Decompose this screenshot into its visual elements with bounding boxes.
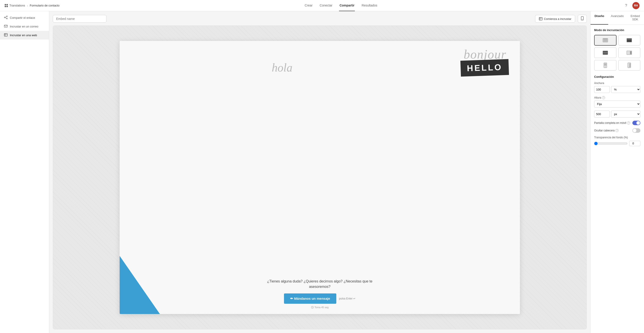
svg-line-7: [5, 16, 6, 18]
sidebar: Compartir el enlace Incrustar en un corr…: [0, 11, 49, 333]
svg-point-5: [6, 18, 8, 19]
mode-grid: [594, 35, 640, 71]
preview-inner: bonjour hola HELLO ¿Tienes alguna duda? …: [53, 26, 586, 329]
content-area: Comienza a incrustar bonjour: [49, 11, 590, 333]
cta-button[interactable]: ✏ Mándanos un mensaje: [284, 294, 336, 304]
svg-rect-1: [6, 4, 8, 5]
hola-text: hola: [272, 61, 292, 74]
svg-rect-24: [630, 51, 632, 54]
panel-body: Modo de incrustación: [590, 25, 644, 150]
altura-value-row: px %: [594, 111, 640, 118]
sidebar-item-label: Compartir el enlace: [10, 16, 35, 19]
pantalla-completa-toggle[interactable]: [632, 121, 640, 125]
sidebar-item-web-embed[interactable]: Incrustar en una web: [0, 31, 49, 39]
help-button[interactable]: ?: [622, 2, 630, 9]
content-toolbar: Comienza a incrustar: [53, 15, 587, 23]
tab-conectar[interactable]: Conectar: [319, 0, 333, 11]
breadcrumb-page: Formulario de contacto: [30, 4, 60, 7]
ocultar-cabecera-row: Ocultar cabecera ?: [594, 128, 640, 133]
altura-info-icon: ?: [602, 96, 605, 99]
altura-tipo-select[interactable]: Fija Auto: [594, 101, 640, 107]
enter-hint: pulsa Enter ↵: [339, 297, 356, 300]
svg-point-6: [4, 17, 5, 18]
ocultar-cabecera-info-icon: ?: [616, 129, 618, 132]
brand-icon: [4, 4, 8, 7]
ocultar-cabecera-label: Ocultar cabecera ?: [594, 129, 618, 132]
svg-point-30: [629, 67, 630, 67]
topnav-right: ? RH: [622, 2, 640, 9]
transparencia-value-input[interactable]: [629, 141, 640, 146]
tab-resultados[interactable]: Resultados: [361, 0, 378, 11]
svg-rect-20: [627, 40, 632, 42]
main-layout: Compartir el enlace Incrustar en un corr…: [0, 11, 644, 333]
form-question: ¿Tienes alguna duda? ¿Quieres decirnos a…: [262, 279, 378, 290]
svg-point-27: [605, 67, 606, 67]
svg-rect-17: [603, 40, 607, 42]
pantalla-completa-row: Pantalla completa en móvil ?: [594, 121, 640, 125]
sidebar-item-share-link[interactable]: Compartir el enlace: [0, 13, 49, 22]
svg-rect-29: [629, 63, 630, 67]
email-embed-icon: [4, 24, 8, 29]
svg-point-4: [6, 16, 8, 17]
svg-line-8: [5, 17, 6, 18]
svg-rect-10: [4, 33, 8, 36]
svg-rect-0: [5, 4, 6, 5]
mobile-preview-button[interactable]: [578, 15, 587, 23]
mode-btn-dark-compact[interactable]: [594, 47, 616, 58]
tab-embed-sdk[interactable]: Embed SDK: [626, 11, 644, 24]
incrustar-button[interactable]: Comienza a incrustar: [535, 15, 575, 22]
anchura-input[interactable]: [594, 86, 610, 93]
embed-name-input[interactable]: [53, 15, 106, 22]
incrustar-icon: [539, 17, 542, 20]
section-mode-title: Modo de incrustación: [594, 28, 640, 32]
svg-rect-2: [5, 6, 6, 7]
transparencia-label: Transparencia del fondo (%): [594, 136, 640, 139]
sidebar-item-email-embed[interactable]: Incrustar en un correo: [0, 22, 49, 31]
svg-rect-9: [4, 25, 8, 27]
incrustar-label: Comienza a incrustar: [544, 17, 571, 20]
svg-rect-19: [627, 39, 632, 39]
tab-crear[interactable]: Crear: [304, 0, 313, 11]
svg-rect-26: [604, 63, 606, 65]
form-preview-card: bonjour hola HELLO ¿Tienes alguna duda? …: [120, 41, 520, 314]
breadcrumb-separator: ›: [27, 4, 28, 7]
sidebar-item-label: Incrustar en una web: [10, 33, 37, 37]
topnav-tabs: Crear Conectar Compartir Resultados: [304, 0, 378, 11]
avatar[interactable]: RH: [632, 2, 640, 9]
svg-rect-11: [539, 17, 542, 20]
svg-rect-3: [6, 6, 8, 7]
mobile-icon: [580, 16, 584, 20]
transparencia-slider[interactable]: [594, 142, 628, 145]
anchura-label: Anchura: [594, 82, 640, 85]
pantalla-completa-label: Pantalla completa en móvil ?: [594, 121, 630, 124]
mode-btn-mobile-center[interactable]: [594, 60, 616, 71]
anchura-row: % px: [594, 86, 640, 93]
svg-rect-22: [603, 52, 607, 53]
sidebar-item-label: Incrustar en un correo: [10, 25, 38, 28]
altura-unit-select[interactable]: px %: [611, 111, 640, 118]
right-panel: Diseño Avanzado Embed SDK Modo de incrus…: [590, 11, 644, 333]
tab-avanzado[interactable]: Avanzado: [608, 11, 626, 24]
form-preview-area: bonjour hola HELLO ¿Tienes alguna duda? …: [53, 25, 587, 330]
section-config-title: Configuración: [594, 75, 640, 78]
hello-box: HELLO: [460, 59, 509, 76]
clock-icon: [311, 306, 314, 309]
tab-diseno[interactable]: Diseño: [590, 11, 608, 24]
web-embed-icon: [4, 33, 8, 37]
anchura-unit-select[interactable]: % px: [611, 86, 640, 93]
mode-btn-mobile-side[interactable]: [618, 60, 641, 71]
mode-btn-dark-full[interactable]: [618, 35, 641, 46]
brand-label[interactable]: Translations: [10, 4, 25, 7]
pantalla-completa-info-icon: ?: [627, 121, 630, 124]
altura-input[interactable]: [594, 111, 610, 118]
time-label: Toma 45 seg: [311, 306, 329, 309]
svg-point-13: [582, 19, 582, 20]
tab-compartir[interactable]: Compartir: [339, 0, 355, 11]
svg-rect-16: [603, 39, 607, 39]
mode-btn-standard[interactable]: [594, 35, 616, 46]
mode-btn-side-panel-right[interactable]: [618, 47, 641, 58]
ocultar-cabecera-toggle[interactable]: [632, 128, 640, 133]
form-preview-body: bonjour hola HELLO ¿Tienes alguna duda? …: [120, 41, 520, 314]
share-link-icon: [4, 16, 8, 20]
altura-label: Altura ?: [594, 96, 640, 99]
